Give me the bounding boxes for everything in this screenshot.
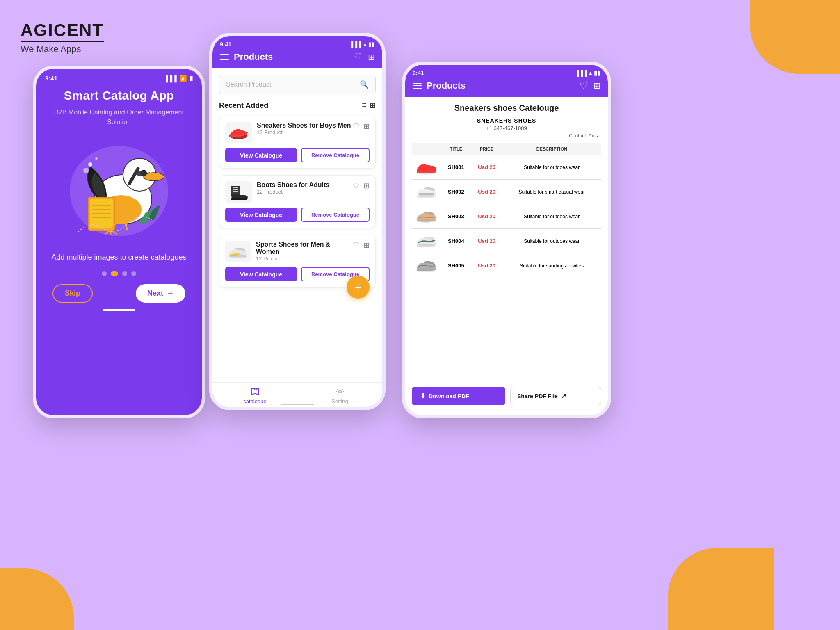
product-btns-0: View Catalogue Remove Catalogue [225,148,370,162]
table-cell-id-3: SH004 [441,229,471,253]
catalogue-status-bar: 9:41 ▐▐▐ ▴ ▮▮ [413,70,600,76]
remove-catalogue-btn-1[interactable]: Remove Catalogue [301,208,370,222]
view-catalogue-btn-2[interactable]: View Catalogue [225,267,297,281]
skip-button[interactable]: Skip [52,284,93,303]
product-card-1: Boots Shoes for Adults 12 Product ♡ ⊞ Vi… [219,175,376,228]
company-name: SNEAKERS SHOES [405,114,608,125]
catalogue-body: Sneakers shoes Catelouge SNEAKERS SHOES … [405,97,608,315]
product-info-2: Sports Shoes for Men & Women 12 Product [225,241,353,262]
table-cell-price-3: Usd 20 [471,229,502,253]
dot-1 [102,271,107,276]
download-pdf-button[interactable]: ⬇ Download PDF [412,387,505,405]
product-info-0: Sneakers Shoes for Boys Men 12 Product [225,122,351,143]
dot-3 [122,271,127,276]
product-heart-0[interactable]: ♡ [353,122,359,131]
splash-footer: Skip Next → [48,284,189,303]
table-cell-price-4: Usd 20 [471,253,502,278]
catalogue-header: 9:41 ▐▐▐ ▴ ▮▮ Products ♡ ⊞ [405,65,608,97]
decoration-blob-top-right [750,0,840,74]
products-body: Search Product 🔍 Recent Added ≡ ⊞ [212,68,382,390]
products-table: TITLE PRICE DESCRIPTION SH001 [412,143,601,278]
decoration-blob-bottom-right [668,548,774,630]
view-catalogue-btn-0[interactable]: View Catalogue [225,148,297,162]
product-btns-2: View Catalogue Remove Catalogue [225,267,370,281]
product-name-0: Sneakers Shoes for Boys Men [257,122,351,129]
products-header-icons: ♡ ⊞ [354,52,375,62]
catalogue-status-icons: ▐▐▐ ▴ ▮▮ [575,70,600,76]
nav-catalogue[interactable]: catalogue [212,387,297,404]
table-header-desc: DESCRIPTION [502,143,601,155]
product-heart-2[interactable]: ♡ [353,241,359,250]
catalogue-nav: Products ♡ ⊞ [413,80,600,91]
splash-subtitle: B2B Mobile Catalog and Order Management … [48,107,189,127]
fab-add-button[interactable]: + [347,276,370,299]
shoe-img-3 [415,232,438,249]
catalogue-heart-icon[interactable]: ♡ [580,80,588,91]
list-view-icon[interactable]: ≡ [362,101,366,110]
arrow-right-icon: → [167,289,174,298]
remove-catalogue-btn-0[interactable]: Remove Catalogue [301,148,370,162]
product-filter-0[interactable]: ⊞ [363,122,370,131]
table-cell-id-4: SH005 [441,253,471,278]
product-count-1: 12 Product [257,189,329,195]
catalogue-hamburger[interactable] [413,83,422,89]
share-icon: ↗ [561,392,566,400]
shoe-img-4 [415,257,438,273]
svg-point-25 [229,135,247,139]
svg-rect-26 [231,198,247,200]
catalogue-filter-icon[interactable]: ⊞ [593,81,600,91]
products-nav-left: Products [220,52,273,62]
shoe-img-2 [415,208,438,224]
dot-2-active [111,271,118,276]
brand-tagline: We Make Apps [21,44,104,55]
product-filter-1[interactable]: ⊞ [363,181,370,190]
catalogue-signal-icon: ▐▐▐ [575,70,587,76]
products-heart-icon[interactable]: ♡ [354,52,362,62]
splash-status-bar: 9:41 ▐▐▐ 📶 ▮ [36,69,202,82]
table-row-4: SH005 Usd 20 Suitable for sporting activ… [412,253,601,278]
download-icon: ⬇ [420,392,425,400]
view-catalogue-btn-1[interactable]: View Catalogue [225,208,297,222]
wifi-icon: 📶 [179,75,187,82]
product-filter-2[interactable]: ⊞ [363,241,370,250]
products-title: Products [234,52,273,62]
search-bar[interactable]: Search Product 🔍 [219,75,376,94]
splash-status-icons: ▐▐▐ 📶 ▮ [164,75,193,82]
hamburger-menu[interactable] [220,54,229,60]
phone-splash: 9:41 ▐▐▐ 📶 ▮ Smart Catalog App B2B Mobil… [33,66,205,418]
search-placeholder: Search Product [226,81,271,88]
products-header: 9:41 ▐▐▐ ▴ ▮▮ Products ♡ ⊞ [212,36,382,68]
products-filter-icon[interactable]: ⊞ [368,52,375,62]
table-cell-desc-4: Suitable for sporting activities [502,253,601,278]
svg-point-23 [83,168,89,173]
grid-view-icon[interactable]: ⊞ [370,101,376,110]
search-icon: 🔍 [360,80,369,89]
table-cell-price-2: Usd 20 [471,204,502,229]
product-img-1 [225,181,252,203]
catalogue-battery-icon: ▮▮ [594,70,600,76]
table-row-0: SH001 Usd 20 Suitable for outdoes wear [412,155,601,180]
product-text-1: Boots Shoes for Adults 12 Product [257,181,329,195]
brand-name: AGICENT [21,21,104,42]
products-wifi-icon: ▴ [363,41,366,48]
catalogue-header-icons: ♡ ⊞ [580,80,600,91]
nav-catalogue-label: catalogue [243,398,266,404]
product-heart-1[interactable]: ♡ [353,181,359,190]
catalogue-title: Products [427,80,466,91]
decoration-blob-bottom-left [0,568,74,630]
svg-point-22 [95,157,98,160]
catalogue-footer: ⬇ Download PDF Share PDF File ↗ [405,381,608,411]
table-cell-price-1: Usd 20 [471,180,502,204]
phone-products: 9:41 ▐▐▐ ▴ ▮▮ Products ♡ ⊞ [209,33,386,410]
shoe-img-0 [415,158,438,175]
share-pdf-button[interactable]: Share PDF File ↗ [510,387,601,405]
table-cell-price-0: Usd 20 [471,155,502,180]
svg-point-37 [417,219,436,223]
next-button[interactable]: Next → [136,284,185,303]
svg-point-32 [417,171,436,175]
product-img-2 [225,241,251,262]
nav-setting[interactable]: Setting [297,387,382,404]
splash-dots [102,271,136,276]
table-cell-desc-2: Suitable for outdoes wear [502,204,601,229]
svg-point-30 [229,254,247,258]
